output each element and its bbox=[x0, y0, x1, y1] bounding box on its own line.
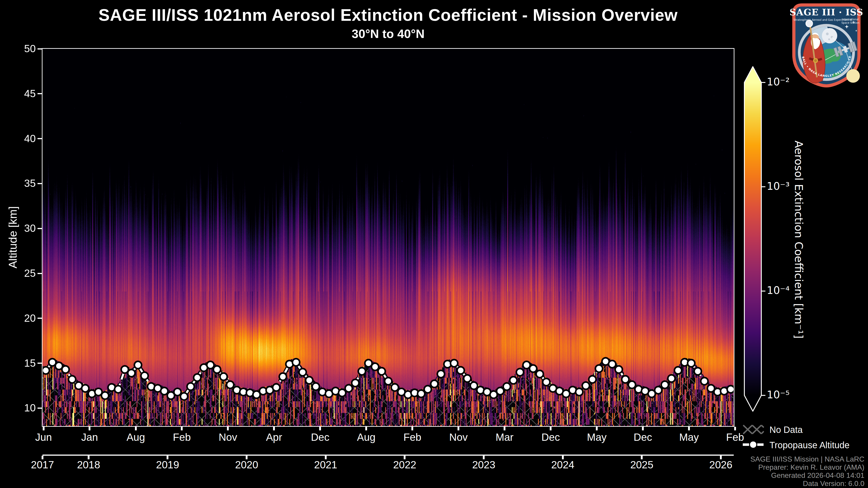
x-tick-label: Feb bbox=[394, 431, 430, 443]
footer-mission-credit: SAGE III/ISS Mission | NASA LaRC bbox=[661, 455, 864, 463]
x-tick-mark bbox=[688, 427, 690, 430]
x-tick-mark bbox=[181, 427, 183, 430]
y-tick-mark bbox=[37, 228, 42, 229]
colorbar-tick-label: 10⁻⁴ bbox=[767, 284, 810, 296]
y-tick-label: 10 bbox=[11, 402, 36, 414]
x-tick-label: Jan bbox=[71, 431, 107, 443]
footer-data-version: Data Version: 6.0.0 bbox=[661, 480, 864, 488]
y-tick-mark bbox=[37, 48, 42, 50]
x-tick-mark bbox=[319, 427, 321, 430]
year-tick-label: 2025 bbox=[619, 459, 664, 471]
year-tick-label: 2026 bbox=[698, 459, 743, 471]
colorbar-gradient-body bbox=[744, 83, 761, 395]
colorbar-tick-label: 10⁻² bbox=[767, 76, 810, 88]
x-tick-mark bbox=[550, 427, 552, 430]
footer-generated-timestamp: Generated 2026-04-08 14:01 bbox=[661, 471, 864, 480]
x-tick-mark bbox=[734, 427, 736, 430]
patch-right-tagline-2: Space Station bbox=[841, 21, 860, 24]
patch-right-tagline-1: International bbox=[842, 18, 859, 21]
y-axis-label: Altitude [km] bbox=[4, 79, 21, 395]
x-tick-mark bbox=[504, 427, 505, 430]
y-tick-label: 25 bbox=[11, 267, 36, 279]
year-tick-label: 2023 bbox=[461, 459, 506, 471]
legend-label-no-data: No Data bbox=[770, 424, 803, 435]
y-tick-mark bbox=[37, 138, 42, 139]
figure-canvas: SAGE III/ISS 1021nm Aerosol Extinction C… bbox=[0, 0, 868, 488]
x-tick-label: Dec bbox=[625, 431, 661, 443]
x-tick-label: May bbox=[671, 431, 707, 443]
colorbar-tick-label: 10⁻³ bbox=[767, 180, 810, 192]
x-tick-label: May bbox=[579, 431, 615, 443]
year-tick-label: 2020 bbox=[224, 459, 269, 471]
y-tick-mark bbox=[37, 408, 42, 409]
y-tick-mark bbox=[37, 183, 42, 184]
year-tick-label: 2018 bbox=[66, 459, 111, 471]
colorbar-under-arrow bbox=[744, 395, 761, 411]
colorbar-tick-marks bbox=[761, 83, 765, 395]
page-title: SAGE III/ISS 1021nm Aerosol Extinction C… bbox=[42, 5, 734, 25]
no-data-label: No Data bbox=[770, 425, 803, 435]
y-tick-label: 45 bbox=[11, 88, 36, 100]
y-tick-mark bbox=[37, 363, 42, 364]
x-tick-mark bbox=[43, 427, 44, 430]
year-tick-label: 2022 bbox=[382, 459, 427, 471]
y-tick-label: 30 bbox=[11, 222, 36, 234]
x-tick-mark bbox=[411, 427, 413, 430]
y-tick-mark bbox=[37, 318, 42, 319]
chart-subtitle: 30°N to 40°N bbox=[42, 27, 734, 41]
heatmap-plot-area bbox=[42, 49, 734, 426]
x-tick-mark bbox=[365, 427, 367, 430]
x-tick-label: Dec bbox=[302, 431, 338, 443]
year-tick-label: 2024 bbox=[540, 459, 585, 471]
patch-title: SAGE III · ISS bbox=[789, 7, 863, 18]
y-tick-label: 50 bbox=[11, 42, 36, 55]
x-tick-label: Nov bbox=[210, 431, 246, 443]
y-tick-label: 20 bbox=[11, 312, 36, 324]
x-tick-label: Dec bbox=[532, 431, 569, 443]
year-tick-label: 2021 bbox=[303, 459, 348, 471]
y-tick-mark bbox=[37, 273, 42, 274]
y-tick-label: 40 bbox=[11, 132, 36, 144]
year-tick-label: 2017 bbox=[20, 459, 65, 471]
year-tick-label: 2019 bbox=[145, 459, 190, 471]
x-tick-mark bbox=[227, 427, 229, 430]
tropopause-label: Tropopause Altitude bbox=[770, 440, 849, 450]
x-tick-label: Aug bbox=[348, 431, 384, 443]
x-tick-mark bbox=[273, 427, 275, 430]
y-tick-mark bbox=[37, 93, 42, 94]
x-tick-mark bbox=[458, 427, 459, 430]
x-tick-label: Feb bbox=[717, 431, 753, 443]
x-tick-label: Feb bbox=[164, 431, 200, 443]
moon bbox=[822, 28, 837, 43]
x-tick-label: Apr bbox=[256, 431, 292, 443]
colorbar-over-arrow bbox=[744, 67, 761, 83]
year-axis-line bbox=[42, 455, 734, 456]
x-tick-label: Nov bbox=[440, 431, 476, 443]
x-tick-mark bbox=[596, 427, 598, 430]
x-tick-label: Aug bbox=[118, 431, 154, 443]
colorbar-tick-label: 10⁻⁵ bbox=[767, 389, 810, 401]
sun bbox=[846, 69, 860, 83]
x-tick-label: Jun bbox=[26, 431, 62, 443]
footer-preparer: Preparer: Kevin R. Leavor (AMA) bbox=[661, 463, 864, 471]
x-tick-mark bbox=[89, 427, 90, 430]
colorbar-axis-label: Aerosol Extinction Coefficient [km⁻¹] bbox=[791, 81, 807, 398]
x-tick-label: Mar bbox=[487, 431, 523, 443]
colorbar bbox=[741, 64, 771, 417]
legend-label-tropopause: Tropopause Altitude bbox=[770, 440, 849, 451]
y-tick-label: 15 bbox=[11, 357, 36, 369]
y-tick-label: 35 bbox=[11, 177, 36, 189]
x-tick-mark bbox=[135, 427, 137, 430]
x-tick-mark bbox=[642, 427, 644, 430]
